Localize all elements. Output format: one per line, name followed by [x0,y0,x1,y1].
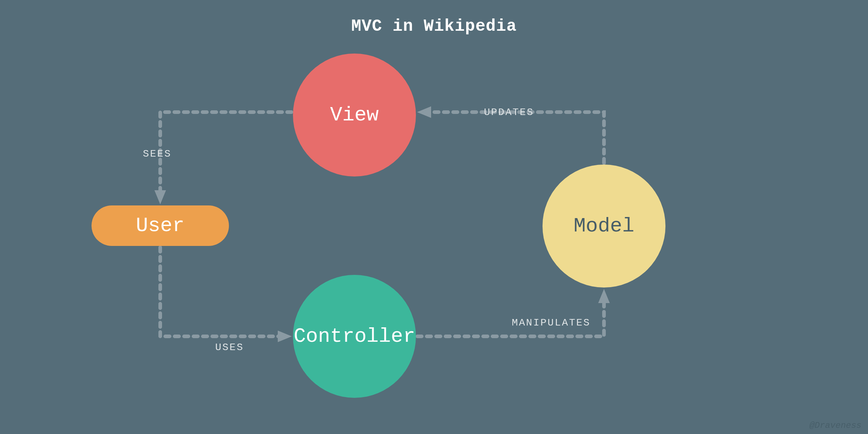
node-model: Model [542,165,665,288]
node-model-label: Model [574,214,634,238]
attribution: @Draveness [809,421,861,430]
edge-label-sees: SEES [143,148,171,159]
edge-label-uses: USES [215,342,244,353]
edge-label-updates: UPDATES [484,107,534,118]
edge-label-manipulates: MANIPULATES [512,317,591,328]
node-user-label: User [136,214,184,237]
svg-marker-1 [278,331,292,342]
diagram-title: MVC in Wikipedia [351,17,517,36]
node-view-label: View [330,103,379,127]
node-controller-label: Controller [294,325,415,348]
svg-marker-0 [154,190,166,204]
svg-marker-2 [598,289,610,303]
node-view: View [293,54,416,176]
svg-marker-3 [417,106,431,118]
node-user: User [92,205,229,246]
node-controller: Controller [293,275,416,398]
